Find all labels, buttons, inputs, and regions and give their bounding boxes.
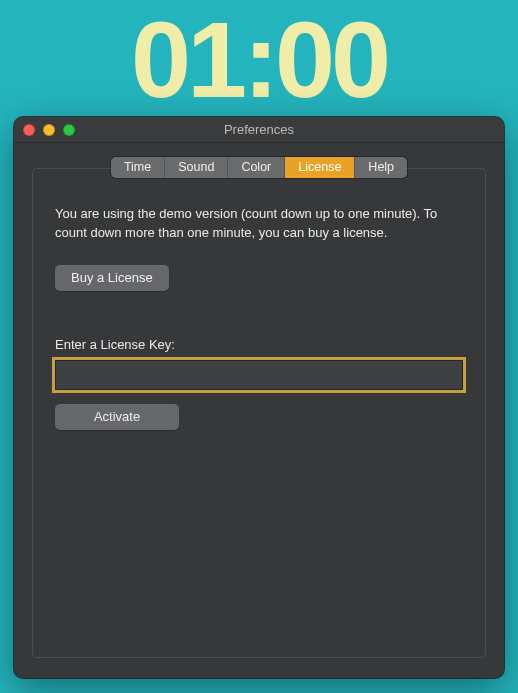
tab-color[interactable]: Color xyxy=(228,157,285,178)
tab-help[interactable]: Help xyxy=(355,157,407,178)
window-titlebar: Preferences xyxy=(14,117,504,143)
demo-version-text: You are using the demo version (count do… xyxy=(55,205,463,243)
minimize-icon[interactable] xyxy=(43,124,55,136)
window-controls xyxy=(23,124,75,136)
tab-time[interactable]: Time xyxy=(111,157,165,178)
close-icon[interactable] xyxy=(23,124,35,136)
license-key-label: Enter a License Key: xyxy=(55,337,463,352)
license-pane: You are using the demo version (count do… xyxy=(32,168,486,658)
preferences-window: Preferences Time Sound Color License Hel… xyxy=(14,117,504,678)
tab-sound[interactable]: Sound xyxy=(165,157,228,178)
tab-license[interactable]: License xyxy=(285,157,355,178)
zoom-icon[interactable] xyxy=(63,124,75,136)
tab-segmented-control: Time Sound Color License Help xyxy=(111,157,407,178)
window-title: Preferences xyxy=(224,122,294,137)
activate-button[interactable]: Activate xyxy=(55,404,179,430)
buy-license-button[interactable]: Buy a License xyxy=(55,265,169,291)
tab-bar: Time Sound Color License Help xyxy=(32,157,486,178)
countdown-timer: 01:00 xyxy=(0,0,518,114)
license-key-input[interactable] xyxy=(55,360,463,390)
